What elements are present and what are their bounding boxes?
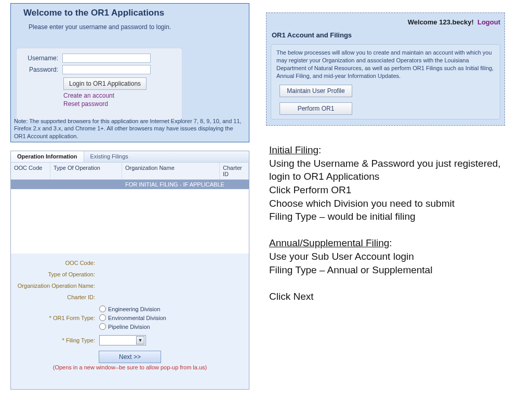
operation-info-panel: Operation Information Existing Filings O… bbox=[10, 151, 249, 390]
welcome-username: 123.becky bbox=[439, 18, 471, 26]
account-desc: The below processes will allow you to cr… bbox=[276, 49, 495, 79]
account-panel: Welcome 123.becky! Logout OR1 Account an… bbox=[266, 12, 505, 126]
login-panel: Welcome to the OR1 Applications Please e… bbox=[10, 3, 249, 142]
welcome-bar: Welcome 123.becky! Logout bbox=[271, 16, 500, 28]
instr-line: Click Next bbox=[269, 290, 508, 303]
username-label: Username: bbox=[22, 55, 58, 62]
table-row: FOR INITIAL FILING - IF APPLICABLE bbox=[11, 180, 249, 189]
label-filing: * Filing Type: bbox=[15, 337, 95, 343]
login-title: Welcome to the OR1 Applications bbox=[11, 4, 249, 18]
create-account-link[interactable]: Create an account bbox=[63, 92, 177, 100]
label-formtype: * OR1 Form Type: bbox=[15, 315, 95, 321]
operation-form: OOC Code: Type of Operation: Organizatio… bbox=[11, 254, 249, 377]
account-desc-card: The below processes will allow you to cr… bbox=[271, 44, 500, 119]
maintain-profile-button[interactable]: Maintain User Profile bbox=[280, 85, 352, 97]
browser-note: Note: The supported browsers for this ap… bbox=[14, 117, 246, 140]
tab-existing-filings[interactable]: Existing Filings bbox=[84, 151, 135, 162]
radio-engineering[interactable]: Engineering Division bbox=[99, 305, 166, 312]
instructions-text: Initial Filing: Using the Username & Pas… bbox=[269, 143, 508, 303]
radio-pipeline-input[interactable] bbox=[99, 323, 106, 330]
col-ooc: OOC Code bbox=[11, 163, 50, 179]
tab-operation-info[interactable]: Operation Information bbox=[11, 151, 84, 162]
filing-type-select[interactable]: ▼ bbox=[99, 335, 146, 345]
table-header: OOC Code Type Of Operation Organization … bbox=[11, 163, 249, 180]
chevron-down-icon: ▼ bbox=[136, 336, 144, 344]
instr-line: Choose which Division you need to submit bbox=[269, 197, 508, 210]
instr-line: Filing Type – Annual or Supplemental bbox=[269, 263, 508, 277]
radio-environmental[interactable]: Environmental Division bbox=[99, 314, 166, 321]
account-title: OR1 Account and Filings bbox=[271, 28, 500, 44]
col-charter: Charter ID bbox=[220, 163, 249, 179]
perform-or1-button[interactable]: Perform OR1 bbox=[280, 102, 352, 115]
login-subtitle: Please enter your username and password … bbox=[11, 18, 249, 31]
col-type: Type Of Operation bbox=[50, 163, 122, 179]
welcome-suffix: ! bbox=[471, 18, 473, 26]
label-charter: Charter ID: bbox=[15, 294, 95, 300]
radio-engineering-input[interactable] bbox=[99, 305, 106, 312]
col-org: Organization Name bbox=[122, 163, 220, 179]
row-message: FOR INITIAL FILING - IF APPLICABLE bbox=[11, 181, 249, 188]
login-box: Username: Password: Login to OR1 Applica… bbox=[16, 48, 182, 121]
label-type: Type of Operation: bbox=[15, 271, 95, 277]
heading-initial: Initial Filing bbox=[269, 144, 318, 155]
instr-line: Filing Type – would be initial filing bbox=[269, 210, 508, 223]
label-ooc: OOC Code: bbox=[15, 260, 95, 266]
password-input[interactable] bbox=[62, 65, 151, 74]
heading-annual: Annual/Supplemental Filing bbox=[269, 237, 389, 248]
label-orgname: Organization Operation Name: bbox=[15, 283, 95, 289]
instr-line: Using the Username & Password you just r… bbox=[269, 157, 508, 183]
instr-line: Click Perform OR1 bbox=[269, 183, 508, 197]
reset-password-link[interactable]: Reset password bbox=[63, 100, 177, 109]
radio-environmental-input[interactable] bbox=[99, 314, 106, 321]
username-input[interactable] bbox=[62, 54, 151, 63]
formtype-radios: Engineering Division Environmental Divis… bbox=[99, 305, 166, 330]
radio-pipeline[interactable]: Pipeline Division bbox=[99, 323, 166, 330]
next-button[interactable]: Next >> bbox=[99, 351, 161, 363]
login-button[interactable]: Login to OR1 Applications bbox=[63, 77, 147, 90]
popup-note: (Opens in a new window--be sure to allow… bbox=[15, 364, 245, 370]
welcome-prefix: Welcome bbox=[408, 18, 439, 26]
password-label: Password: bbox=[22, 66, 58, 73]
table-blank-area bbox=[11, 189, 249, 254]
tab-bar: Operation Information Existing Filings bbox=[11, 151, 249, 163]
instr-line: Use your Sub User Account login bbox=[269, 250, 508, 263]
logout-link[interactable]: Logout bbox=[477, 18, 500, 26]
